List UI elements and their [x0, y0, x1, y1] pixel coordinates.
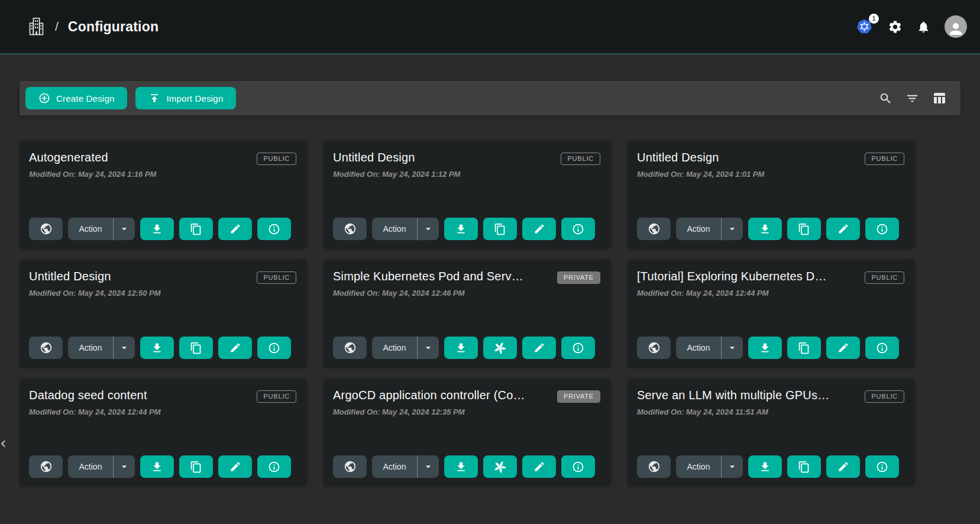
action-button[interactable]: Action — [372, 218, 418, 240]
clone-button[interactable] — [483, 218, 517, 240]
chevron-down-icon — [422, 461, 434, 473]
info-icon — [876, 461, 888, 473]
download-button[interactable] — [140, 455, 174, 478]
edit-button[interactable] — [522, 337, 556, 359]
globe-icon — [648, 460, 661, 473]
visibility-globe-button[interactable] — [29, 455, 63, 478]
visibility-globe-button[interactable] — [333, 218, 367, 240]
search-button[interactable] — [879, 92, 892, 105]
action-button-label: Action — [687, 343, 710, 352]
notifications-button[interactable] — [917, 20, 930, 34]
edit-button[interactable] — [826, 218, 860, 240]
edit-button[interactable] — [218, 218, 252, 240]
visibility-badge: PUBLIC — [257, 390, 296, 403]
clone-button[interactable] — [787, 455, 821, 478]
download-button[interactable] — [140, 337, 174, 359]
action-button[interactable]: Action — [68, 337, 114, 359]
download-button[interactable] — [444, 218, 478, 240]
action-button-label: Action — [79, 462, 102, 471]
edit-button[interactable] — [826, 455, 860, 478]
modified-date: Modified On: May 24, 2024 1:12 PM — [333, 170, 601, 179]
action-button[interactable]: Action — [676, 337, 722, 359]
app-header: / Configuration 1 — [0, 0, 980, 54]
action-button-label: Action — [383, 462, 406, 471]
action-button[interactable]: Action — [68, 218, 114, 240]
search-icon — [879, 92, 892, 105]
action-dropdown-button[interactable] — [722, 455, 743, 478]
action-dropdown-button[interactable] — [418, 218, 439, 240]
organization-building-icon[interactable] — [27, 16, 46, 37]
info-button[interactable] — [561, 218, 595, 240]
info-button[interactable] — [561, 337, 595, 359]
download-button[interactable] — [748, 337, 782, 359]
design-card: ArgoCD application controller (Co… PRIVA… — [324, 379, 611, 486]
drawer-collapse-toggle[interactable]: ‹ — [0, 434, 11, 452]
action-button-label: Action — [687, 224, 710, 234]
download-button[interactable] — [444, 337, 478, 359]
info-button[interactable] — [257, 455, 291, 478]
deploy-spiral-button[interactable] — [483, 455, 517, 478]
kubernetes-context-button[interactable]: 1 — [855, 18, 874, 35]
modified-date: Modified On: May 24, 2024 12:50 PM — [29, 289, 297, 297]
edit-button[interactable] — [522, 455, 556, 478]
settings-button[interactable] — [888, 20, 903, 34]
chevron-down-icon — [422, 223, 434, 235]
action-button[interactable]: Action — [372, 455, 418, 478]
action-split-button: Action — [676, 218, 743, 240]
filter-button[interactable] — [905, 92, 919, 105]
action-button[interactable]: Action — [68, 455, 114, 478]
info-button[interactable] — [561, 455, 595, 478]
clone-button[interactable] — [787, 218, 821, 240]
design-title: Serve an LLM with multiple GPUs… — [637, 389, 829, 402]
edit-button[interactable] — [218, 455, 252, 478]
create-design-button[interactable]: Create Design — [25, 87, 127, 109]
visibility-globe-button[interactable] — [333, 455, 367, 478]
clone-button[interactable] — [179, 455, 213, 478]
table-view-button[interactable] — [932, 91, 946, 105]
designs-grid: Autogenerated PUBLIC Modified On: May 24… — [20, 141, 915, 486]
action-dropdown-button[interactable] — [418, 337, 439, 359]
edit-button[interactable] — [218, 337, 252, 359]
designs-toolbar: Create Design Import Design — [20, 81, 960, 115]
visibility-globe-button[interactable] — [637, 337, 671, 359]
clone-button[interactable] — [787, 337, 821, 359]
action-dropdown-button[interactable] — [114, 218, 135, 240]
action-dropdown-button[interactable] — [418, 455, 439, 478]
action-dropdown-button[interactable] — [114, 455, 135, 478]
info-button[interactable] — [865, 218, 899, 240]
visibility-globe-button[interactable] — [637, 455, 671, 478]
visibility-globe-button[interactable] — [637, 218, 671, 240]
design-title: Untitled Design — [333, 151, 415, 164]
info-icon — [268, 223, 280, 235]
download-button[interactable] — [748, 218, 782, 240]
modified-date: Modified On: May 24, 2024 12:35 PM — [333, 407, 601, 416]
action-dropdown-button[interactable] — [722, 337, 743, 359]
download-icon — [151, 342, 163, 354]
action-dropdown-button[interactable] — [114, 337, 135, 359]
action-dropdown-button[interactable] — [722, 218, 743, 240]
download-button[interactable] — [140, 218, 174, 240]
download-button[interactable] — [444, 455, 478, 478]
user-avatar[interactable] — [945, 15, 967, 38]
import-design-button[interactable]: Import Design — [135, 87, 236, 109]
info-button[interactable] — [865, 455, 899, 478]
pencil-icon — [229, 461, 241, 473]
action-button[interactable]: Action — [676, 218, 722, 240]
visibility-globe-button[interactable] — [29, 337, 63, 359]
visibility-globe-button[interactable] — [29, 218, 63, 240]
info-button[interactable] — [865, 337, 899, 359]
deploy-spiral-button[interactable] — [483, 337, 517, 359]
copy-icon — [798, 461, 810, 473]
action-button[interactable]: Action — [676, 455, 722, 478]
info-button[interactable] — [257, 337, 291, 359]
info-button[interactable] — [257, 218, 291, 240]
clone-button[interactable] — [179, 337, 213, 359]
action-button[interactable]: Action — [372, 337, 418, 359]
clone-button[interactable] — [179, 218, 213, 240]
edit-button[interactable] — [522, 218, 556, 240]
download-button[interactable] — [748, 455, 782, 478]
modified-date: Modified On: May 24, 2024 12:44 PM — [637, 289, 905, 297]
edit-button[interactable] — [826, 337, 860, 359]
modified-date: Modified On: May 24, 2024 11:51 AM — [637, 407, 905, 416]
visibility-globe-button[interactable] — [333, 337, 367, 359]
